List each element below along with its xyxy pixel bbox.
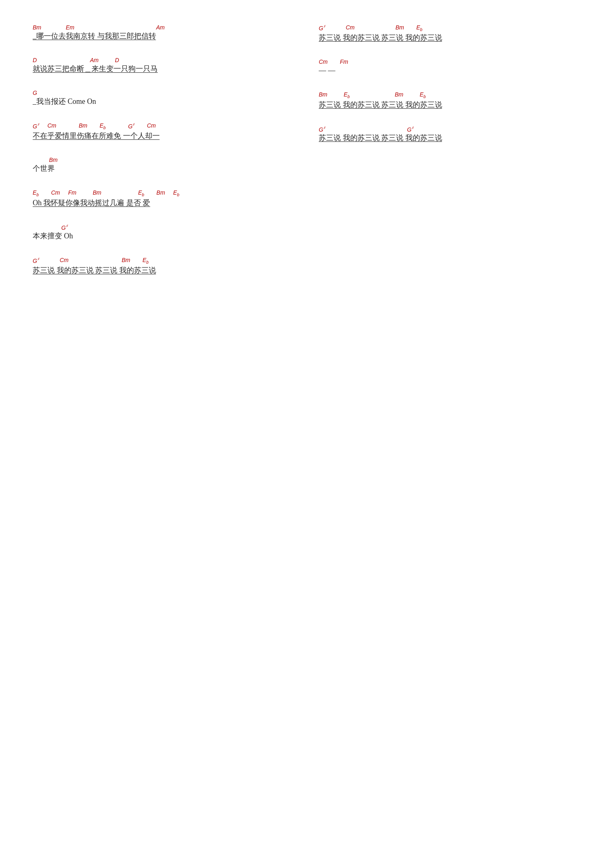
chord-cm-r1: Cm [346,25,355,32]
lyric-l5: 个世界 [33,163,294,174]
chord-cm-l6: Cm [51,190,60,197]
lyric-r2: — — [319,65,580,76]
chord-cm-l8: Cm [60,257,69,265]
block-l1: Bm Em Am _哪一位去我南京转 与我那三郎把信转 [33,25,294,42]
chord-bm-l6: Bm [93,190,101,197]
block-l8: G♯ Cm Bm Eb 苏三说 我的苏三说 苏三说 我的苏三说 [33,257,294,276]
chord-cm-l4: Cm [47,123,56,130]
chord-row-l2: D Am D [33,57,294,63]
left-column: Bm Em Am _哪一位去我南京转 与我那三郎把信转 D Am D 就说苏三把… [33,25,294,292]
chord-gsharp-r4: G♯ [319,126,325,132]
song-sheet: Bm Em Am _哪一位去我南京转 与我那三郎把信转 D Am D 就说苏三把… [33,25,580,292]
chord-em-l1: Em [66,25,74,30]
chord-row-l3: G [33,90,294,96]
lyric-l2: 就说苏三把命断＿来生变一只狗一只马 [33,63,294,74]
block-l2: D Am D 就说苏三把命断＿来生变一只狗一只马 [33,57,294,74]
lyric-l1: _哪一位去我南京转 与我那三郎把信转 [33,31,294,42]
chord-bm2-l6: Bm [157,190,165,197]
chord-cm2-l4: Cm [147,123,156,130]
chord-row-r4: G♯ G♯ [319,126,580,132]
chord-row-l8: G♯ Cm Bm Eb [33,257,294,265]
lyric-l7: 本来擅变 Oh [33,231,294,242]
block-l5: Bm 个世界 [33,157,294,174]
chord-row-l1: Bm Em Am [33,25,294,30]
block-r3: Bm Eb Bm Eb 苏三说 我的苏三说 苏三说 我的苏三说 [319,92,580,110]
chord-gsharp-r1: G♯ [319,25,325,32]
chord-eb-r3: Eb [344,92,350,99]
chord-am-l1: Am [156,25,165,30]
right-column: G♯ Cm Bm Eb 苏三说 我的苏三说 苏三说 我的苏三说 Cm Fm — … [319,25,580,292]
chord-gsharp2-r4: G♯ [407,126,414,132]
chord-bm2-r3: Bm [395,92,403,99]
chord-row-r1: G♯ Cm Bm Eb [319,25,580,32]
lyric-l4: 不在乎爱情里伤痛在所难免 一个人却一 [33,130,294,141]
chord-gsharp-l7: G♯ [61,224,68,231]
block-l7: G♯ 本来擅变 Oh [33,224,294,242]
chord-gsharp-l8: G♯ [33,257,39,265]
block-r2: Cm Fm — — [319,59,580,76]
lyric-r4: 苏三说 我的苏三说 苏三说 我的苏三说 [319,132,580,144]
chord-row-l4: G♯ Cm Bm Eb G♯ Cm [33,123,294,130]
chord-eb-r1: Eb [416,25,423,32]
chord-row-r2: Cm Fm [319,59,580,65]
lyric-l3: _我当报还 Come On [33,96,294,107]
chord-cm-r2: Cm [319,59,328,65]
chord-bm-l8: Bm [122,257,130,265]
chord-g-l3: G [33,90,37,96]
lyric-r3: 苏三说 我的苏三说 苏三说 我的苏三说 [319,99,580,110]
chord-row-l6: Eb Cm Fm Bm Eb Bm Eb [33,190,294,197]
chord-eb-l8: Eb [143,257,149,265]
block-l4: G♯ Cm Bm Eb G♯ Cm 不在乎爱情里伤痛在所难免 一个人却一 [33,123,294,141]
chord-eb2-r3: Eb [420,92,426,99]
chord-eb3-l6: Eb [173,190,179,197]
chord-fm-r2: Fm [340,59,348,65]
chord-eb-l6: Eb [33,190,39,197]
chord-bm-l5: Bm [49,157,58,163]
block-r1: G♯ Cm Bm Eb 苏三说 我的苏三说 苏三说 我的苏三说 [319,25,580,43]
chord-bm-r3: Bm [319,92,327,99]
chord-d-l2: D [33,57,37,63]
lyric-l8: 苏三说 我的苏三说 苏三说 我的苏三说 [33,265,294,276]
chord-gsharp2-l4: G♯ [128,123,135,130]
chord-row-r3: Bm Eb Bm Eb [319,92,580,99]
chord-bm-l1: Bm [33,25,41,30]
chord-bm-r1: Bm [396,25,404,32]
chord-eb-l4: Eb [100,123,106,130]
block-l6: Eb Cm Fm Bm Eb Bm Eb Oh 我怀疑你像我动摇过几遍 是否 爱 [33,190,294,209]
chord-eb2-l6: Eb [138,190,144,197]
chord-row-l7: G♯ [33,224,294,231]
chord-row-l5: Bm [33,157,294,163]
chord-gsharp-l4: G♯ [33,123,39,130]
lyric-r1: 苏三说 我的苏三说 苏三说 我的苏三说 [319,32,580,43]
block-l3: G _我当报还 Come On [33,90,294,107]
chord-fm-l6: Fm [68,190,76,197]
chord-am-l2: Am [90,57,98,63]
chord-d2-l2: D [115,57,119,63]
chord-bm-l4: Bm [79,123,87,130]
lyric-l6: Oh 我怀疑你像我动摇过几遍 是否 爱 [33,197,294,209]
block-r4: G♯ G♯ 苏三说 我的苏三说 苏三说 我的苏三说 [319,126,580,144]
